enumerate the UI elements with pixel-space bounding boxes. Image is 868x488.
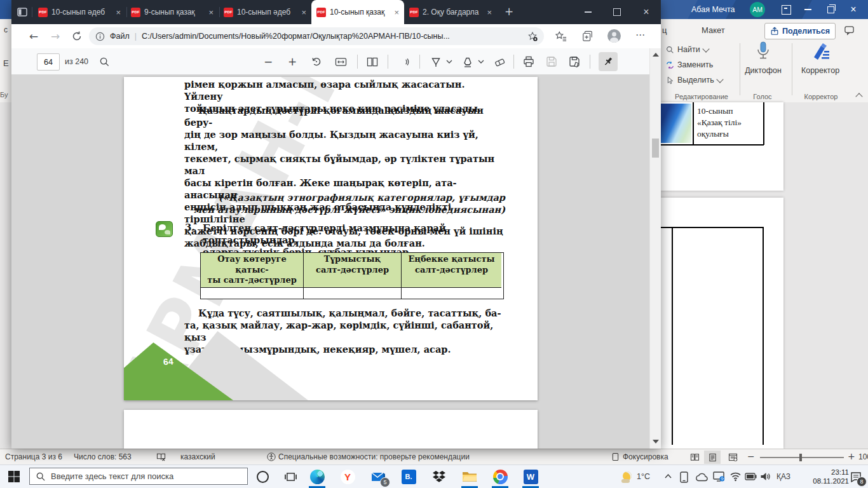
tab-close-icon[interactable]: ×	[116, 8, 121, 17]
pdf-search-icon[interactable]	[97, 54, 112, 69]
info-icon[interactable]	[95, 32, 105, 41]
tab-3[interactable]: PDF 10-сынып әдеб ×	[219, 0, 311, 24]
your-phone-icon[interactable]	[680, 471, 688, 483]
sync-display-icon[interactable]	[713, 471, 724, 482]
taskbar-vk-icon[interactable]: B.	[400, 468, 417, 485]
scroll-up-icon[interactable]	[653, 53, 659, 57]
language-indicator[interactable]: ҚАЗ	[776, 472, 790, 481]
find-button[interactable]: Найти	[666, 43, 709, 56]
web-layout-icon[interactable]	[724, 451, 741, 464]
proofing-icon[interactable]	[156, 452, 166, 461]
edge-minimize-button[interactable]	[573, 0, 602, 24]
taskbar-chrome-icon[interactable]	[492, 468, 508, 485]
tab-close-icon[interactable]: ×	[487, 8, 492, 17]
comments-icon[interactable]	[844, 25, 855, 36]
highlighter-chevron-icon[interactable]	[477, 54, 485, 69]
profile-avatar[interactable]	[607, 29, 621, 43]
pdf-scrollbar[interactable]	[649, 48, 661, 449]
print-icon[interactable]	[521, 54, 536, 69]
page-view-icon[interactable]	[365, 54, 380, 69]
draw-pen-chevron-icon[interactable]	[445, 54, 454, 69]
back-icon[interactable]: ←	[29, 30, 38, 43]
word-minimize-button[interactable]	[796, 0, 820, 19]
zoom-in-icon[interactable]: +	[285, 54, 300, 69]
eraser-icon[interactable]	[492, 54, 507, 69]
save-as-icon[interactable]	[567, 54, 582, 69]
wifi-icon[interactable]	[729, 471, 742, 482]
editor-button[interactable]: Корректор	[798, 41, 843, 75]
battery-icon[interactable]	[745, 473, 757, 480]
draw-pen-icon[interactable]	[428, 54, 444, 69]
scroll-down-icon[interactable]	[653, 440, 659, 444]
tab-close-icon[interactable]: ×	[208, 8, 214, 17]
collections-icon[interactable]	[582, 30, 593, 42]
edge-maximize-button[interactable]	[602, 0, 632, 24]
share-button[interactable]: Поделиться	[764, 23, 836, 39]
tab-table-design-fragment[interactable]: ц	[662, 25, 667, 35]
replace-button[interactable]: Заменить	[666, 58, 713, 71]
taskbar-dropbox-icon[interactable]	[431, 468, 447, 485]
ribbon-display-options-button[interactable]	[774, 0, 798, 19]
add-favorite-icon[interactable]	[527, 31, 538, 41]
dictate-button[interactable]: Диктофон	[745, 41, 782, 75]
weather-icon[interactable]	[621, 471, 634, 483]
zoom-slider-track[interactable]	[760, 457, 844, 458]
pin-toolbar-button-active[interactable]	[599, 52, 618, 71]
fit-to-width-icon[interactable]	[333, 54, 348, 69]
tab-layout[interactable]: Макет	[702, 25, 725, 35]
tab-1[interactable]: PDF 10-сынып әдеб ×	[33, 0, 126, 24]
taskbar-explorer-icon[interactable]	[461, 468, 478, 485]
cortana-button[interactable]	[254, 468, 271, 485]
tab-2[interactable]: PDF 9-сынып қазақ ×	[126, 0, 219, 24]
read-mode-icon[interactable]	[686, 451, 703, 464]
highlighter-icon[interactable]	[460, 54, 475, 69]
task-view-button[interactable]	[282, 468, 299, 485]
page-indicator[interactable]: Страница 3 из 6	[5, 452, 62, 461]
edge-close-button[interactable]: ×	[632, 0, 661, 24]
avatar[interactable]: АМ	[750, 2, 765, 17]
favorites-icon[interactable]	[555, 30, 567, 42]
temperature[interactable]: 1°C	[637, 472, 650, 481]
tab-4-active[interactable]: PDF 10-сынып қазақ ×	[311, 0, 404, 24]
scrollbar-thumb[interactable]	[652, 139, 659, 158]
print-layout-icon[interactable]	[704, 451, 721, 464]
volume-icon[interactable]	[760, 471, 771, 482]
taskbar-yandex-icon[interactable]: Y	[339, 468, 356, 485]
forward-icon[interactable]: →	[51, 30, 60, 43]
language-indicator[interactable]: казахский	[180, 452, 215, 461]
word-close-button[interactable]: ×	[841, 0, 865, 19]
focus-mode-button[interactable]: Фокусировка	[623, 452, 668, 461]
onedrive-icon[interactable]	[695, 473, 708, 482]
word-account-name[interactable]: Абая Мечта	[691, 0, 735, 19]
refresh-icon[interactable]	[71, 30, 83, 42]
new-tab-button[interactable]: +	[505, 5, 513, 18]
zoom-level[interactable]: 100%	[858, 452, 868, 461]
rotate-icon[interactable]	[309, 54, 324, 69]
zoom-out-icon[interactable]: −	[261, 54, 276, 69]
settings-menu-icon[interactable]: ⋯	[635, 29, 645, 41]
word-count[interactable]: Число слов: 563	[74, 452, 132, 461]
zoom-slider-thumb[interactable]	[799, 454, 802, 461]
taskbar-search[interactable]: Введите здесь текст для поиска	[29, 468, 248, 485]
zoom-in-button[interactable]: +	[848, 451, 855, 461]
editor-pen-icon	[810, 41, 831, 62]
select-button[interactable]: Выделить	[666, 74, 722, 86]
collapse-ribbon-icon[interactable]	[857, 92, 862, 99]
address-bar[interactable]: Файл | C:/Users/admin/Documents/Новый%20…	[89, 27, 544, 45]
table-cell-text[interactable]: 10-сынып «Қазақ тілі» оқулығы	[697, 105, 762, 140]
zoom-out-button[interactable]: −	[747, 451, 755, 461]
start-button[interactable]	[8, 470, 20, 483]
taskbar-edge-icon[interactable]	[309, 468, 325, 485]
page-number-input[interactable]: 64	[37, 53, 60, 71]
read-aloud-icon[interactable]	[395, 54, 410, 69]
taskbar-word-icon[interactable]: W	[522, 468, 539, 485]
tab-close-icon[interactable]: ×	[394, 8, 399, 17]
accessibility-status[interactable]: Специальные возможности: проверьте реком…	[278, 452, 470, 461]
tray-expand-icon[interactable]	[665, 474, 672, 478]
share-icon	[770, 27, 779, 36]
tab-close-icon[interactable]: ×	[301, 8, 306, 17]
tab-actions-menu-icon[interactable]	[17, 7, 27, 17]
tab-5[interactable]: PDF 2. Оқу бағдарла ×	[404, 0, 497, 24]
word-restore-button[interactable]	[818, 0, 843, 19]
clock[interactable]: 23:11 08.11.2021	[813, 468, 849, 485]
